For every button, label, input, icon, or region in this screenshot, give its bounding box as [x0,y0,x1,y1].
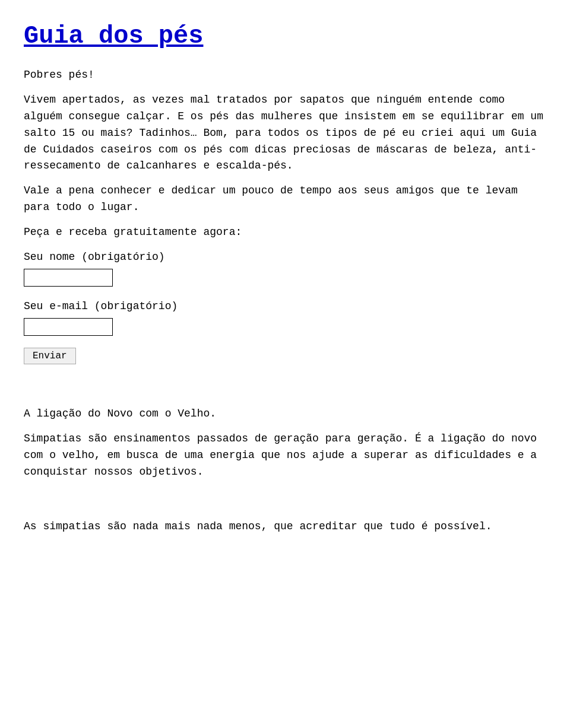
email-label: Seu e-mail (obrigatório) [24,298,546,314]
paragraph-2: Vivem apertados, as vezes mal tratados p… [24,92,546,174]
page-content: Guia dos pés Pobres pés! Vivem apertados… [24,18,546,535]
spacer [24,376,546,406]
paragraph-4: Peça e receba gratuitamente agora: [24,224,546,241]
name-label: Seu nome (obrigatório) [24,249,546,265]
email-input[interactable] [24,318,113,336]
page-title: Guia dos pés [24,18,546,55]
spacer-2 [24,489,546,519]
paragraph-7: As simpatias são nada mais nada menos, q… [24,519,546,535]
paragraph-6: Simpatias são ensinamentos passados de g… [24,431,546,481]
paragraph-5: A ligação do Novo com o Velho. [24,406,546,422]
paragraph-1: Pobres pés! [24,67,546,84]
signup-form: Seu nome (obrigatório) Seu e-mail (obrig… [24,249,546,364]
submit-button[interactable]: Enviar [24,348,76,364]
paragraph-3: Vale a pena conhecer e dedicar um pouco … [24,183,546,216]
name-input[interactable] [24,269,113,287]
